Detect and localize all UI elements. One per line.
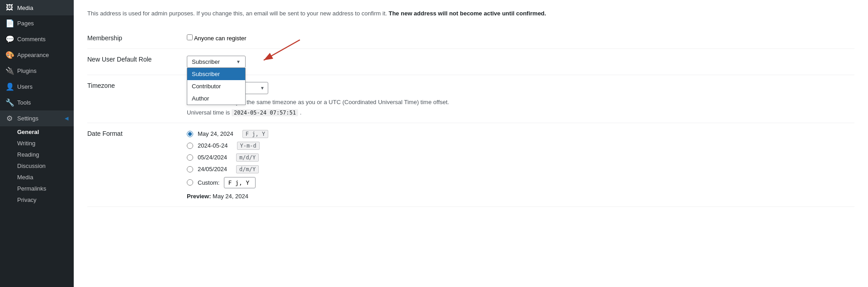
date-format-radio-4[interactable] <box>187 179 193 186</box>
settings-arrow-icon: ◀ <box>65 115 68 121</box>
appearance-icon: 🎨 <box>5 51 14 59</box>
date-format-option-4: Custom: <box>187 177 854 188</box>
sidebar-item-plugins[interactable]: 🔌 Plugins <box>0 63 74 79</box>
settings-icon: ⚙ <box>5 114 14 123</box>
plugins-icon: 🔌 <box>5 67 14 75</box>
sidebar-item-pages[interactable]: 📄 Pages <box>0 15 74 31</box>
dropdown-option-author[interactable]: Author <box>187 92 245 105</box>
timezone-hint: Choose either a city in the same timezon… <box>187 98 854 107</box>
new-user-role-cell: Subscriber ▼ Subscriber Contributor <box>187 48 854 75</box>
membership-row: Membership Anyone can register <box>87 28 854 49</box>
sidebar-item-media[interactable]: 🖼 Media <box>0 0 74 15</box>
date-format-cell: May 24, 2024 F j, Y 2024-05-24 Y-m-d <box>187 123 854 206</box>
sidebar-item-label: Tools <box>17 99 31 106</box>
timezone-time: Universal time is 2024-05-24 07:57:51 . <box>187 109 854 116</box>
sidebar-item-label: Comments <box>17 36 46 43</box>
sidebar-item-label: Media <box>17 5 33 11</box>
media-icon: 🖼 <box>5 4 14 12</box>
date-format-code-1: Y-m-d <box>237 142 260 150</box>
timezone-cell: UTC+0 ▼ Choose either a city in the same… <box>187 75 854 123</box>
date-format-label-4: Custom: <box>198 179 219 186</box>
dropdown-option-subscriber[interactable]: Subscriber <box>187 68 245 80</box>
sidebar-sub-privacy[interactable]: Privacy <box>0 194 74 206</box>
date-format-option-0: May 24, 2024 F j, Y <box>187 130 854 138</box>
chevron-down-icon: ▼ <box>236 59 241 64</box>
date-format-option-2: 05/24/2024 m/d/Y <box>187 153 854 162</box>
date-format-radio-0[interactable] <box>187 131 193 137</box>
membership-cell: Anyone can register <box>187 28 854 49</box>
date-format-option-1: 2024-05-24 Y-m-d <box>187 142 854 150</box>
date-format-custom-input[interactable] <box>224 177 256 188</box>
dropdown-selected-value: Subscriber <box>192 58 232 65</box>
sidebar-item-comments[interactable]: 💬 Comments <box>0 31 74 47</box>
sidebar-sub-media[interactable]: Media <box>0 172 74 183</box>
user-role-dropdown-trigger[interactable]: Subscriber ▼ <box>187 56 246 68</box>
date-format-radio-1[interactable] <box>187 143 193 149</box>
comments-icon: 💬 <box>5 35 14 43</box>
date-format-label-0: May 24, 2024 <box>198 130 233 137</box>
dropdown-option-contributor[interactable]: Contributor <box>187 80 245 92</box>
sidebar-item-tools[interactable]: 🔧 Tools <box>0 95 74 110</box>
content-area: This address is used for admin purposes.… <box>74 0 868 287</box>
date-format-label-2: 05/24/2024 <box>198 154 227 161</box>
sidebar-item-appearance[interactable]: 🎨 Appearance <box>0 47 74 63</box>
sidebar-item-label: Settings <box>17 115 38 122</box>
timezone-select-wrapper: UTC+0 ▼ <box>187 82 854 94</box>
sidebar-sub-permalinks[interactable]: Permalinks <box>0 183 74 194</box>
timezone-time-value: 2024-05-24 07:57:51 <box>232 109 298 116</box>
sidebar-sub-general[interactable]: General <box>0 126 74 138</box>
sidebar-item-label: Users <box>17 83 33 90</box>
sidebar-sub-writing[interactable]: Writing <box>0 138 74 149</box>
membership-checkbox[interactable] <box>187 34 193 40</box>
date-format-radio-3[interactable] <box>187 166 193 172</box>
user-role-dropdown-list: Subscriber Contributor Author <box>187 68 246 105</box>
membership-label: Membership <box>87 28 187 49</box>
top-notice: This address is used for admin purposes.… <box>87 9 854 19</box>
users-icon: 👤 <box>5 82 14 91</box>
date-format-row: Date Format May 24, 2024 F j, Y 2024-05-… <box>87 123 854 206</box>
timezone-label: Timezone <box>87 75 187 123</box>
date-format-label-3: 24/05/2024 <box>198 166 227 172</box>
date-format-label: Date Format <box>87 123 187 206</box>
tools-icon: 🔧 <box>5 98 14 107</box>
date-format-code-2: m/d/Y <box>236 153 259 162</box>
membership-checkbox-label[interactable]: Anyone can register <box>187 35 247 42</box>
date-format-code-0: F j, Y <box>242 130 268 138</box>
new-user-role-label: New User Default Role <box>87 48 187 75</box>
sidebar: 🖼 Media 📄 Pages 💬 Comments 🎨 Appearance … <box>0 0 74 287</box>
date-format-preview: Preview: May 24, 2024 <box>187 193 854 200</box>
date-format-code-3: d/m/Y <box>236 165 259 173</box>
new-user-role-row: New User Default Role <box>87 48 854 75</box>
date-format-label-1: 2024-05-24 <box>198 142 228 149</box>
sidebar-item-label: Appearance <box>17 52 49 58</box>
sidebar-sub-reading[interactable]: Reading <box>0 149 74 160</box>
user-role-dropdown-wrapper: Subscriber ▼ Subscriber Contributor <box>187 56 246 68</box>
sidebar-sub-discussion[interactable]: Discussion <box>0 160 74 172</box>
main-content: This address is used for admin purposes.… <box>74 0 868 287</box>
sidebar-item-label: Plugins <box>17 67 37 74</box>
sidebar-item-settings[interactable]: ⚙ Settings ◀ <box>0 110 74 126</box>
pages-icon: 📄 <box>5 19 14 28</box>
date-format-radio-2[interactable] <box>187 154 193 161</box>
date-format-options: May 24, 2024 F j, Y 2024-05-24 Y-m-d <box>187 130 854 188</box>
sidebar-item-label: Pages <box>17 20 34 27</box>
settings-form-table: Membership Anyone can register New User … <box>87 28 854 207</box>
date-format-option-3: 24/05/2024 d/m/Y <box>187 165 854 173</box>
sidebar-item-users[interactable]: 👤 Users <box>0 79 74 95</box>
